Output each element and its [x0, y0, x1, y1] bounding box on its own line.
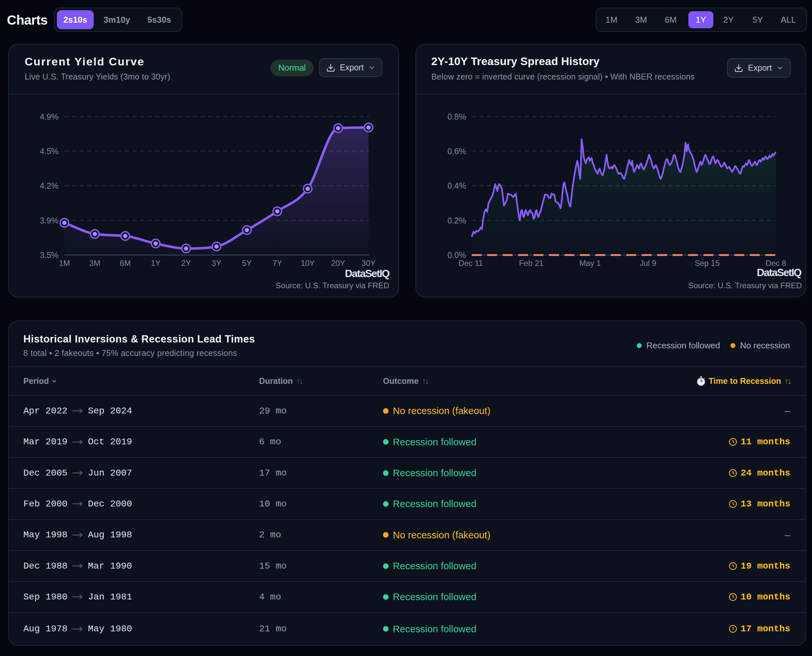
svg-text:Jul 9: Jul 9 [640, 258, 657, 268]
svg-text:0.4%: 0.4% [448, 181, 466, 190]
svg-text:1M: 1M [59, 258, 70, 268]
svg-text:1Y: 1Y [151, 258, 160, 268]
svg-text:10Y: 10Y [301, 258, 315, 268]
svg-text:0.8%: 0.8% [448, 112, 466, 121]
svg-text:3Y: 3Y [212, 258, 221, 268]
svg-text:0.6%: 0.6% [448, 147, 466, 156]
svg-text:30Y: 30Y [362, 258, 376, 268]
svg-text:Feb 21: Feb 21 [519, 258, 544, 268]
svg-text:0.2%: 0.2% [448, 216, 466, 225]
svg-text:5Y: 5Y [242, 258, 251, 268]
svg-text:4.2%: 4.2% [40, 181, 59, 190]
svg-text:7Y: 7Y [273, 258, 282, 268]
svg-text:3.9%: 3.9% [40, 216, 59, 225]
svg-text:Dec 11: Dec 11 [459, 258, 483, 268]
svg-text:4.9%: 4.9% [40, 112, 59, 121]
svg-text:3M: 3M [90, 258, 100, 268]
svg-text:DataSetIQ: DataSetIQ [757, 266, 801, 278]
svg-text:Dec 8: Dec 8 [766, 258, 786, 268]
svg-text:May 1: May 1 [579, 258, 601, 268]
svg-text:2Y: 2Y [181, 258, 191, 268]
svg-text:Source: U.S. Treasury via FRED: Source: U.S. Treasury via FRED [276, 281, 389, 290]
svg-text:0.0%: 0.0% [448, 251, 466, 260]
svg-text:3.5%: 3.5% [40, 251, 59, 260]
svg-text:DataSetIQ: DataSetIQ [345, 268, 390, 279]
svg-text:6M: 6M [120, 258, 130, 268]
svg-text:4.5%: 4.5% [40, 147, 59, 156]
svg-text:Source: U.S. Treasury via FRED: Source: U.S. Treasury via FRED [688, 281, 802, 290]
svg-text:20Y: 20Y [331, 258, 345, 268]
svg-text:Sep 15: Sep 15 [695, 258, 720, 268]
